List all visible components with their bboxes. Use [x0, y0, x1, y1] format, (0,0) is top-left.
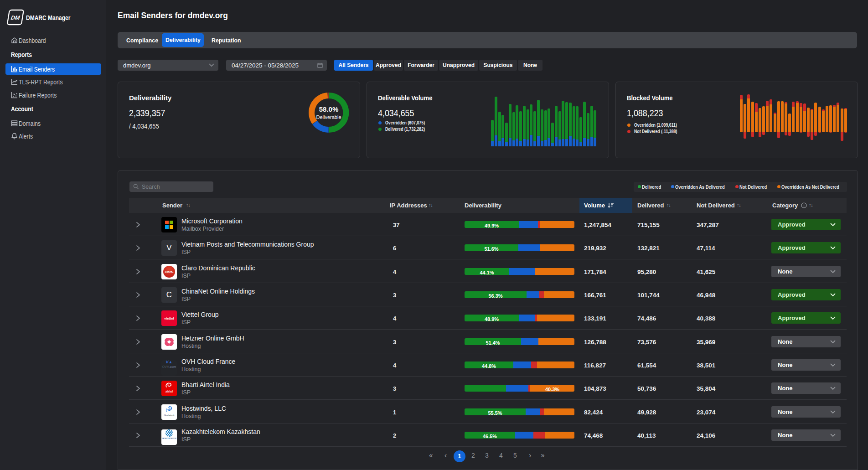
svg-text:DM: DM	[10, 15, 21, 21]
svg-text:Deliverable: Deliverable	[316, 114, 341, 120]
svg-text:58.0%: 58.0%	[319, 105, 339, 113]
